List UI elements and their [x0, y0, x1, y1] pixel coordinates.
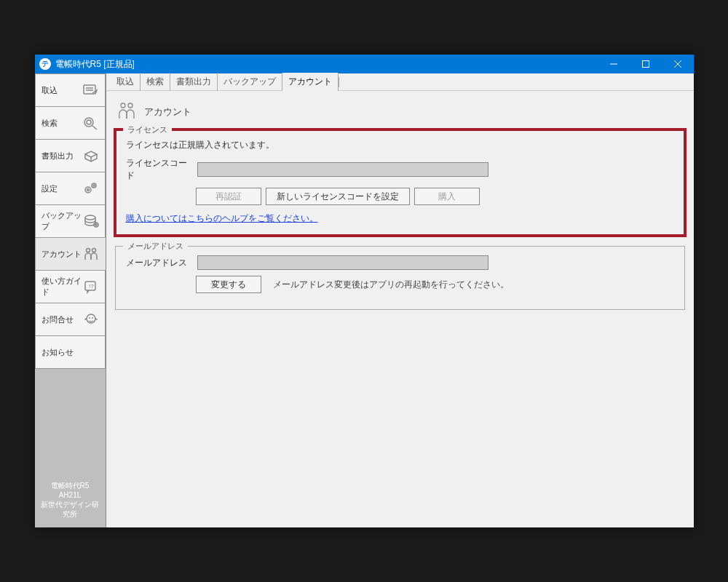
tab-bar: 取込 検索 書類出力 バックアップ アカウント [106, 73, 694, 91]
content: 取込 検索 書類出力 設定 バックアップ アカウント [35, 73, 694, 527]
email-note: メールアドレス変更後はアプリの再起動を行ってください。 [273, 279, 509, 291]
sidebar-item-contact[interactable]: お問合せ [35, 303, 106, 336]
reauth-button[interactable]: 再認証 [196, 188, 261, 205]
window-controls [598, 55, 694, 73]
gear-icon [82, 179, 100, 198]
sidebar-item-label: お知らせ [41, 347, 74, 358]
help-icon: !? [83, 277, 100, 296]
sidebar-item-label: アカウント [41, 249, 82, 260]
tab-account[interactable]: アカウント [282, 73, 339, 91]
tab-import[interactable]: 取込 [111, 73, 141, 91]
sidebar-item-search[interactable]: 検索 [35, 106, 106, 140]
sidebar-item-label: 設定 [41, 183, 58, 194]
sidebar-item-label: 使い方ガイド [41, 276, 83, 298]
license-legend: ライセンス [123, 124, 172, 135]
license-group: ライセンス ラインセスは正規購入されています。 ライセンスコード 再認証 新しい… [115, 129, 685, 236]
svg-point-5 [84, 118, 93, 127]
app-window: テ 電帳時代R5 [正規品] 取込 検索 書類出力 設定 [35, 55, 694, 527]
page-title: アカウント [144, 105, 191, 119]
footer-line: 新世代デザイン研究所 [38, 500, 103, 519]
sidebar-item-import[interactable]: 取込 [35, 73, 106, 107]
svg-point-14 [86, 249, 90, 252]
sidebar-item-news[interactable]: お知らせ [35, 335, 106, 369]
sidebar-footer: 電帳時代R5 AH21L 新世代デザイン研究所 [35, 475, 106, 527]
footer-line: AH21L [38, 490, 103, 500]
svg-point-21 [121, 103, 125, 108]
app-icon: テ [39, 58, 51, 70]
support-icon [82, 310, 100, 329]
email-label: メールアドレス [126, 257, 191, 269]
license-code-row: ライセンスコード [126, 157, 674, 182]
svg-point-9 [87, 189, 89, 191]
main-panel: 取込 検索 書類出力 バックアップ アカウント アカウント ライセンス ラインセ… [106, 73, 694, 527]
people-icon [82, 244, 100, 263]
license-buttons: 再認証 新しいライセンスコードを設定 購入 [196, 188, 674, 205]
search-icon [82, 113, 100, 132]
tab-export[interactable]: 書類出力 [170, 73, 218, 91]
sidebar-item-label: 取込 [41, 85, 58, 96]
titlebar: テ 電帳時代R5 [正規品] [35, 55, 694, 73]
svg-point-19 [89, 317, 90, 319]
sidebar-item-label: 検索 [41, 118, 58, 129]
window-title: 電帳時代R5 [正規品] [55, 58, 598, 71]
new-license-button[interactable]: 新しいライセンスコードを設定 [266, 188, 410, 205]
footer-line: 電帳時代R5 [38, 481, 103, 490]
blank-icon [82, 343, 100, 362]
import-icon [82, 81, 100, 100]
minimize-button[interactable] [598, 55, 630, 73]
license-code-input[interactable] [197, 162, 488, 177]
email-row: メールアドレス [126, 255, 674, 270]
svg-point-6 [87, 120, 91, 124]
svg-point-20 [92, 317, 93, 319]
svg-point-15 [92, 249, 95, 252]
svg-point-22 [128, 103, 132, 108]
license-code-label: ライセンスコード [126, 157, 191, 182]
svg-point-8 [85, 187, 91, 193]
license-status: ラインセスは正規購入されています。 [126, 139, 674, 151]
sidebar-item-account[interactable]: アカウント [35, 237, 106, 271]
svg-rect-1 [642, 61, 649, 68]
svg-line-7 [92, 126, 97, 129]
sidebar-item-guide[interactable]: 使い方ガイド !? [35, 270, 106, 303]
sidebar-item-label: バックアップ [41, 210, 83, 232]
sidebar-item-label: お問合せ [41, 314, 74, 325]
purchase-button[interactable]: 購入 [414, 188, 480, 205]
sidebar-item-export[interactable]: 書類出力 [35, 139, 106, 172]
database-icon [83, 212, 100, 231]
svg-text:!?: !? [89, 283, 94, 290]
maximize-button[interactable] [630, 55, 662, 73]
email-action-row: 変更する メールアドレス変更後はアプリの再起動を行ってください。 [196, 276, 674, 293]
tab-backup[interactable]: バックアップ [218, 73, 282, 91]
tab-search[interactable]: 検索 [141, 73, 170, 91]
people-icon [116, 101, 137, 122]
svg-point-10 [92, 183, 96, 188]
content-pane: ライセンス ラインセスは正規購入されています。 ライセンスコード 再認証 新しい… [106, 129, 694, 329]
box-icon [82, 146, 100, 165]
sidebar-item-settings[interactable]: 設定 [35, 172, 106, 205]
email-legend: メールアドレス [123, 241, 188, 252]
page-header: アカウント [106, 91, 694, 129]
email-group: メールアドレス メールアドレス 変更する メールアドレス変更後はアプリの再起動を… [115, 246, 685, 310]
sidebar: 取込 検索 書類出力 設定 バックアップ アカウント [35, 73, 106, 527]
sidebar-item-backup[interactable]: バックアップ [35, 204, 106, 238]
close-button[interactable] [662, 55, 694, 73]
svg-point-11 [93, 185, 95, 186]
email-input[interactable] [197, 255, 488, 270]
svg-point-12 [85, 215, 95, 220]
change-email-button[interactable]: 変更する [196, 276, 261, 293]
purchase-help-link[interactable]: 購入についてはこちらのヘルプをご覧ください。 [126, 213, 318, 223]
sidebar-item-label: 書類出力 [41, 151, 74, 162]
